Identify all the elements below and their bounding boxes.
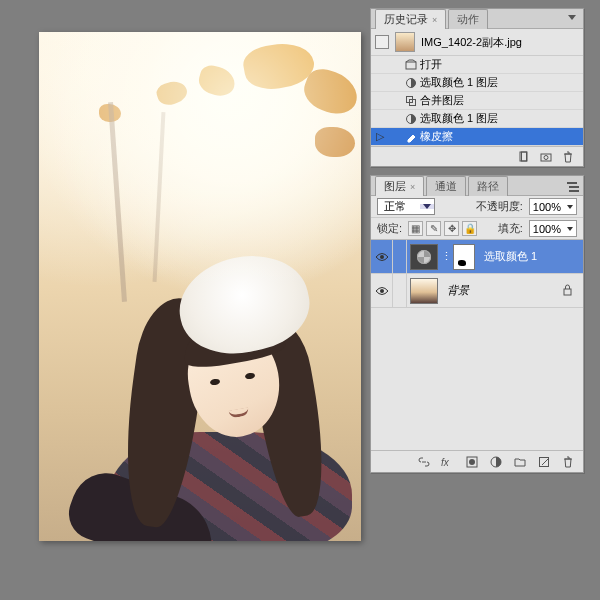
history-step-label: 选取颜色 1 图层	[420, 111, 498, 126]
history-step-list: 打开 选取颜色 1 图层 合并图层 选取	[371, 56, 583, 146]
history-step-label: 打开	[420, 57, 442, 72]
tab-channels-label: 通道	[435, 180, 457, 192]
svg-rect-0	[406, 62, 416, 69]
lock-all-icon[interactable]: 🔒	[462, 221, 477, 236]
new-layer-icon[interactable]	[537, 455, 551, 469]
panel-menu-icon[interactable]	[565, 179, 579, 193]
layer-row[interactable]: 背景	[371, 274, 583, 308]
history-panel: 历史记录 动作 IMG_1402-2副本.jpg 打开	[370, 8, 584, 167]
canvas[interactable]	[39, 32, 361, 541]
svg-point-8	[544, 155, 548, 159]
visibility-toggle[interactable]	[371, 274, 393, 307]
tab-actions-label: 动作	[457, 13, 479, 25]
layer-row-selected[interactable]: ⋮ 选取颜色 1	[371, 240, 583, 274]
tab-actions[interactable]: 动作	[448, 9, 488, 29]
decor	[315, 127, 355, 157]
history-footer	[371, 146, 583, 166]
mask-link-icon[interactable]: ⋮	[441, 250, 450, 263]
adjustment-icon	[402, 76, 420, 89]
photo-subject	[79, 287, 344, 541]
lock-transparent-icon[interactable]: ▦	[408, 221, 423, 236]
layer-options-row-2: 锁定: ▦ ✎ ✥ 🔒 填充: 100%	[371, 218, 583, 240]
svg-text:fx: fx	[441, 457, 450, 468]
group-icon[interactable]	[513, 455, 527, 469]
tab-layers-label: 图层	[384, 180, 406, 192]
history-step-label: 选取颜色 1 图层	[420, 75, 498, 90]
lock-buttons: ▦ ✎ ✥ 🔒	[408, 221, 477, 236]
blend-mode-select[interactable]: 正常	[377, 198, 435, 215]
lock-icon	[562, 284, 573, 298]
history-step[interactable]: 选取颜色 1 图层	[371, 110, 583, 128]
lock-pixels-icon[interactable]: ✎	[426, 221, 441, 236]
svg-point-14	[469, 459, 475, 465]
tab-paths-label: 路径	[477, 180, 499, 192]
eye-icon	[375, 252, 389, 262]
svg-point-9	[380, 255, 384, 259]
lock-label: 锁定:	[377, 221, 402, 236]
tab-layers[interactable]: 图层	[375, 176, 424, 196]
opacity-value: 100%	[530, 201, 564, 213]
fill-input[interactable]: 100%	[529, 220, 577, 237]
svg-rect-11	[564, 289, 571, 295]
history-step-selected[interactable]: ▷ 橡皮擦	[371, 128, 583, 146]
layer-name[interactable]: 选取颜色 1	[478, 249, 537, 264]
adjustment-icon	[402, 112, 420, 125]
adjustment-layer-icon[interactable]	[489, 455, 503, 469]
new-snapshot-icon[interactable]	[539, 150, 553, 164]
svg-point-10	[380, 289, 384, 293]
trash-icon[interactable]	[561, 455, 575, 469]
eraser-icon	[402, 130, 420, 143]
chevron-down-icon	[564, 227, 576, 231]
open-icon	[402, 58, 420, 71]
opacity-input[interactable]: 100%	[529, 198, 577, 215]
merge-icon	[402, 94, 420, 107]
history-document-row[interactable]: IMG_1402-2副本.jpg	[371, 29, 583, 56]
tab-history[interactable]: 历史记录	[375, 9, 446, 29]
history-step[interactable]: 选取颜色 1 图层	[371, 74, 583, 92]
history-step-label: 橡皮擦	[420, 129, 453, 144]
history-tabbar: 历史记录 动作	[371, 9, 583, 29]
history-step[interactable]: 打开	[371, 56, 583, 74]
create-document-icon[interactable]	[517, 150, 531, 164]
layers-tabbar: 图层 通道 路径	[371, 176, 583, 196]
fill-label: 填充:	[498, 221, 523, 236]
chevron-down-icon	[420, 204, 434, 209]
layer-list: ⋮ 选取颜色 1 背景	[371, 240, 583, 450]
svg-rect-16	[540, 457, 549, 466]
layers-panel: 图层 通道 路径 正常 不透明度: 100% 锁定: ▦ ✎ ✥ 🔒	[370, 175, 584, 473]
link-layers-icon[interactable]	[417, 455, 431, 469]
blend-mode-value: 正常	[378, 199, 420, 214]
layer-name[interactable]: 背景	[441, 283, 469, 298]
lock-position-icon[interactable]: ✥	[444, 221, 459, 236]
eye-icon	[375, 286, 389, 296]
layer-options-row-1: 正常 不透明度: 100%	[371, 196, 583, 218]
adjustment-thumbnail	[410, 244, 438, 270]
document-name: IMG_1402-2副本.jpg	[421, 35, 522, 50]
panel-menu-icon[interactable]	[565, 12, 579, 26]
history-current-marker: ▷	[374, 130, 386, 143]
layer-mask-icon[interactable]	[465, 455, 479, 469]
tab-channels[interactable]: 通道	[426, 176, 466, 196]
layer-style-icon[interactable]: fx	[441, 455, 455, 469]
opacity-label: 不透明度:	[476, 199, 523, 214]
history-step[interactable]: 合并图层	[371, 92, 583, 110]
snapshot-icon	[375, 35, 389, 49]
svg-rect-6	[522, 152, 527, 161]
visibility-toggle[interactable]	[371, 240, 393, 273]
layers-footer: fx	[371, 450, 583, 472]
tab-history-label: 历史记录	[384, 13, 428, 25]
document-thumbnail	[395, 32, 415, 52]
mask-thumbnail[interactable]	[453, 244, 475, 270]
layer-thumbnail	[410, 278, 438, 304]
tab-paths[interactable]: 路径	[468, 176, 508, 196]
fill-value: 100%	[530, 223, 564, 235]
history-step-label: 合并图层	[420, 93, 464, 108]
trash-icon[interactable]	[561, 150, 575, 164]
chevron-down-icon	[564, 205, 576, 209]
